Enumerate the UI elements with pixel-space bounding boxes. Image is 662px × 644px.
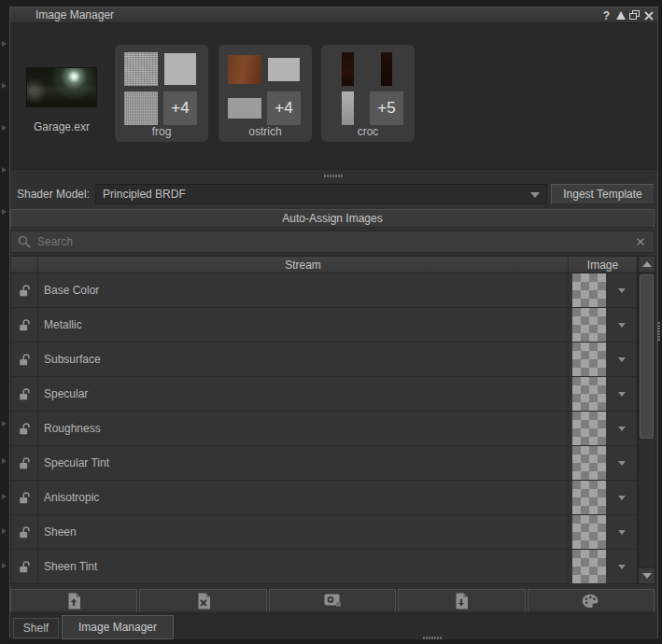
remove-image-button[interactable]: [139, 589, 266, 612]
window-controls: ?: [600, 9, 655, 21]
image-item-garage[interactable]: Garage.exr: [26, 67, 97, 133]
stream-row-specular-tint[interactable]: Specular Tint: [11, 446, 637, 481]
chevron-down-icon[interactable]: [618, 392, 626, 397]
close-icon[interactable]: [642, 9, 655, 21]
search-bar[interactable]: [10, 231, 655, 253]
column-header-image[interactable]: Image: [569, 257, 637, 273]
image-cell: [569, 481, 637, 514]
image-cell: [569, 308, 637, 342]
chevron-down-icon[interactable]: [618, 530, 626, 535]
unlock-icon[interactable]: [18, 422, 32, 436]
chevron-down-icon[interactable]: [618, 496, 626, 500]
dock-expand-icon[interactable]: [2, 41, 7, 47]
dock-expand-icon[interactable]: [2, 458, 7, 464]
unlock-icon[interactable]: [18, 525, 32, 539]
texture-tile: [267, 52, 301, 86]
stream-row-specular[interactable]: Specular: [11, 377, 637, 412]
search-input[interactable]: [37, 235, 636, 248]
image-thumbnails-area: Garage.exr +4 frog: [10, 23, 657, 170]
ingest-template-button[interactable]: Ingest Template: [551, 184, 655, 204]
dock-expand-icon[interactable]: [2, 167, 7, 173]
stream-row-anisotropic[interactable]: Anisotropic: [11, 481, 637, 515]
image-swatch-empty[interactable]: [572, 412, 606, 445]
unlock-icon[interactable]: [18, 318, 32, 332]
panel-titlebar[interactable]: Image Manager ?: [10, 7, 657, 23]
image-group-ostrich[interactable]: +4 ostrich: [218, 45, 312, 142]
chevron-down-icon[interactable]: [618, 427, 626, 431]
tab-image-manager[interactable]: Image Manager: [62, 615, 174, 639]
texture-tile: [331, 52, 364, 86]
float-window-icon[interactable]: [628, 9, 641, 21]
image-swatch-empty[interactable]: [572, 343, 606, 376]
auto-assign-images-button[interactable]: Auto-Assign Images: [10, 209, 655, 228]
dock-expand-icon[interactable]: [2, 125, 7, 131]
frog-tile-grid: +4: [124, 52, 199, 125]
chevron-down-icon[interactable]: [618, 461, 626, 466]
image-swatch-empty[interactable]: [572, 273, 606, 307]
lock-cell: [11, 412, 38, 445]
image-swatch-empty[interactable]: [572, 377, 606, 411]
unlock-icon[interactable]: [18, 284, 32, 298]
dock-expand-icon[interactable]: [2, 421, 7, 427]
scroll-up-button[interactable]: [639, 257, 655, 273]
unlock-icon[interactable]: [18, 456, 32, 470]
scrollbar-thumb[interactable]: [640, 274, 654, 439]
chevron-down-icon[interactable]: [618, 323, 626, 328]
lock-cell: [11, 446, 38, 480]
stream-name: Sheen Tint: [38, 550, 569, 583]
panel-resize-handle-bottom[interactable]: [423, 637, 442, 639]
stream-row-roughness[interactable]: Roughness: [11, 412, 637, 446]
stream-name: Specular Tint: [38, 446, 569, 480]
image-group-croc[interactable]: +5 croc: [321, 45, 415, 142]
shader-model-label: Shader Model:: [17, 188, 90, 201]
dock-expand-icon[interactable]: [2, 528, 7, 534]
image-info-button[interactable]: [269, 589, 396, 612]
more-count-badge: +4: [171, 99, 189, 118]
stream-row-sheen[interactable]: Sheen: [11, 515, 637, 550]
column-header-lock[interactable]: [11, 257, 38, 273]
export-image-icon: [454, 593, 469, 609]
export-image-button[interactable]: [398, 589, 525, 612]
image-swatch-empty[interactable]: [572, 308, 606, 342]
shader-model-dropdown[interactable]: Principled BRDF: [95, 184, 547, 204]
stream-name: Anisotropic: [38, 481, 569, 514]
clear-search-icon[interactable]: [636, 237, 645, 246]
image-swatch-empty[interactable]: [572, 550, 606, 583]
thumbnail-label: ostrich: [218, 125, 312, 138]
texture-tile: [228, 52, 261, 86]
chevron-down-icon[interactable]: [618, 565, 626, 569]
unlock-icon[interactable]: [18, 491, 32, 505]
dock-expand-icon[interactable]: [2, 494, 7, 499]
unlock-icon[interactable]: [18, 560, 32, 574]
stream-row-subsurface[interactable]: Subsurface: [11, 343, 637, 377]
image-swatch-empty[interactable]: [572, 481, 606, 514]
tab-shelf[interactable]: Shelf: [13, 618, 59, 638]
more-images-tile: +5: [370, 91, 403, 125]
chevron-down-icon[interactable]: [618, 288, 626, 293]
stream-row-base-color[interactable]: Base Color: [11, 273, 637, 308]
import-image-button[interactable]: [10, 589, 137, 612]
lock-cell: [11, 481, 38, 514]
stream-row-metallic[interactable]: Metallic: [11, 308, 637, 343]
unlock-icon[interactable]: [18, 387, 32, 401]
chevron-down-icon[interactable]: [618, 357, 626, 362]
scroll-down-button[interactable]: [639, 567, 655, 583]
image-swatch-empty[interactable]: [572, 446, 606, 480]
stream-name: Roughness: [38, 412, 569, 445]
palette-button[interactable]: [528, 589, 655, 612]
dock-expand-icon[interactable]: [2, 563, 7, 568]
splitter-handle-horizontal[interactable]: [324, 175, 343, 177]
help-icon[interactable]: ?: [600, 9, 613, 21]
dock-expand-icon[interactable]: [2, 209, 7, 215]
stream-row-sheen-tint[interactable]: Sheen Tint: [11, 550, 637, 584]
vertical-scrollbar[interactable]: [638, 256, 655, 584]
unlock-icon[interactable]: [18, 353, 32, 367]
image-cell: [569, 377, 637, 411]
image-group-frog[interactable]: +4 frog: [115, 45, 208, 142]
image-swatch-empty[interactable]: [572, 515, 606, 549]
column-header-stream[interactable]: Stream: [38, 257, 569, 273]
dock-expand-icon[interactable]: [2, 83, 7, 89]
collapse-panel-icon[interactable]: [614, 9, 627, 21]
garage-thumbnail[interactable]: [26, 67, 97, 107]
panel-resize-handle-right[interactable]: [657, 322, 660, 341]
